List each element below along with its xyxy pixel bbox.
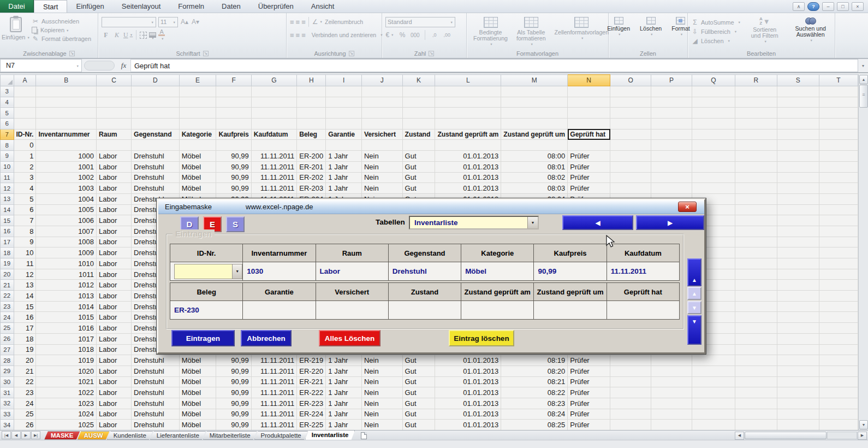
row-header-21[interactable]: 21 — [1, 280, 14, 291]
field-input-kaufdatum[interactable]: 11.11.2011 — [607, 262, 679, 281]
cell-J10[interactable]: Nein — [361, 161, 402, 172]
cell-B29[interactable]: 1020 — [36, 366, 97, 376]
cell-O9[interactable] — [610, 151, 651, 162]
cell-C31[interactable]: Labor — [97, 387, 132, 398]
cell-G34[interactable]: 11.11.2011 — [251, 420, 296, 430]
cell-R13[interactable] — [735, 193, 777, 204]
cell-C9[interactable]: Labor — [97, 151, 132, 162]
cell-A32[interactable]: 24 — [14, 398, 36, 409]
cell-H32[interactable]: ER-223 — [297, 398, 326, 409]
cell-C26[interactable]: Labor — [97, 333, 132, 344]
cell-O32[interactable] — [610, 398, 651, 409]
next-record-button[interactable]: ▶ — [636, 215, 704, 230]
cell-S33[interactable] — [777, 409, 819, 420]
cell-Q5[interactable] — [692, 108, 735, 119]
cell-I32[interactable]: 1 Jahr — [326, 398, 362, 409]
cell-T9[interactable] — [819, 151, 858, 162]
cell-R25[interactable] — [735, 323, 777, 334]
cell-E34[interactable]: Möbel — [179, 420, 216, 430]
cell-C27[interactable]: Labor — [97, 344, 132, 355]
cell-C32[interactable]: Labor — [97, 398, 132, 409]
cell-M34[interactable]: 08:25 — [501, 420, 568, 430]
cell-K9[interactable]: Gut — [402, 151, 435, 162]
cell-K29[interactable]: Gut — [402, 366, 435, 376]
cell-A26[interactable]: 18 — [14, 333, 36, 344]
cell-O28[interactable] — [610, 355, 651, 366]
delete-entry-button[interactable]: Eintrag löschen — [449, 330, 514, 346]
sheet-tab-kundenliste[interactable]: Kundenliste — [107, 431, 153, 440]
column-header-G[interactable]: G — [251, 75, 296, 86]
cell-S23[interactable] — [777, 301, 819, 312]
cell-R16[interactable] — [735, 226, 777, 237]
cell-E4[interactable] — [179, 97, 216, 108]
cell-D11[interactable]: Drehstuhl — [132, 172, 180, 183]
spin-up-small-icon[interactable]: ▲ — [687, 287, 701, 300]
cell-M33[interactable]: 08:24 — [501, 409, 568, 420]
cell-A3[interactable] — [14, 86, 36, 97]
cell-D5[interactable] — [132, 108, 180, 119]
cell-P4[interactable] — [651, 97, 692, 108]
ribbon-tab-ansicht[interactable]: Ansicht — [302, 0, 343, 13]
cell-B3[interactable] — [36, 86, 97, 97]
cell-K8[interactable] — [402, 140, 435, 151]
cell-B23[interactable]: 1014 — [36, 301, 97, 312]
font-color-button[interactable]: A — [158, 29, 165, 42]
cell-R10[interactable] — [735, 161, 777, 172]
spin-up-large-icon[interactable]: ▲ — [687, 258, 701, 286]
cell-P10[interactable] — [651, 161, 692, 172]
cell-O4[interactable] — [610, 97, 651, 108]
cell-C34[interactable]: Labor — [97, 420, 132, 430]
field-input-inventarnummer[interactable]: 1030 — [243, 262, 316, 281]
align-right-icon[interactable]: ≡ — [301, 31, 305, 39]
cell-A31[interactable]: 23 — [14, 387, 36, 398]
cell-D30[interactable]: Drehstuhl — [132, 376, 180, 387]
cell-C28[interactable]: Labor — [97, 355, 132, 366]
cell-L33[interactable]: 01.01.2013 — [435, 409, 501, 420]
cell-Q34[interactable] — [692, 420, 735, 430]
cell-S24[interactable] — [777, 312, 819, 323]
cell-Q12[interactable] — [692, 183, 735, 194]
cell-F31[interactable]: 90,99 — [216, 387, 251, 398]
cell-F11[interactable]: 90,99 — [216, 172, 251, 183]
sheet-tab-inventarliste[interactable]: Inventarliste — [305, 430, 355, 440]
s-button[interactable]: S — [226, 216, 245, 232]
dialog-launcher-icon[interactable]: ↘ — [203, 51, 209, 56]
cell-F6[interactable] — [216, 119, 251, 129]
cell-C10[interactable]: Labor — [97, 161, 132, 172]
cell-I4[interactable] — [326, 97, 362, 108]
cell-B19[interactable]: 1010 — [36, 258, 97, 269]
cell-D9[interactable]: Drehstuhl — [132, 151, 180, 162]
copy-button[interactable]: Kopieren — [32, 27, 91, 33]
cell-P32[interactable] — [651, 398, 692, 409]
cell-E5[interactable] — [179, 108, 216, 119]
row-header-13[interactable]: 13 — [1, 193, 14, 204]
cell-A9[interactable]: 1 — [14, 151, 36, 162]
cell-S25[interactable] — [777, 323, 819, 334]
cell-S8[interactable] — [777, 140, 819, 151]
first-sheet-icon[interactable]: |◀ — [2, 431, 11, 439]
cell-A23[interactable]: 15 — [14, 301, 36, 312]
cell-B22[interactable]: 1013 — [36, 291, 97, 302]
cell-Q7[interactable] — [692, 129, 735, 140]
cell-M30[interactable]: 08:21 — [501, 376, 568, 387]
cell-M29[interactable]: 08:20 — [501, 366, 568, 376]
cell-G4[interactable] — [251, 97, 296, 108]
cell-T17[interactable] — [819, 237, 858, 247]
cell-G11[interactable]: 11.11.2011 — [251, 172, 296, 183]
row-header-20[interactable]: 20 — [1, 269, 14, 280]
cell-L3[interactable] — [435, 86, 501, 97]
cell-B14[interactable]: 1005 — [36, 204, 97, 215]
cell-S27[interactable] — [777, 344, 819, 355]
cell-Q4[interactable] — [692, 97, 735, 108]
cell-O29[interactable] — [610, 366, 651, 376]
cell-R3[interactable] — [735, 86, 777, 97]
cell-O5[interactable] — [610, 108, 651, 119]
cell-S29[interactable] — [777, 366, 819, 376]
cell-N10[interactable]: Prüfer — [568, 161, 610, 172]
cell-C14[interactable]: Labor — [97, 204, 132, 215]
minimize-icon[interactable]: – — [822, 2, 834, 11]
cell-C11[interactable]: Labor — [97, 172, 132, 183]
cell-R28[interactable] — [735, 355, 777, 366]
horizontal-scroll-track[interactable] — [827, 432, 857, 439]
row-header-24[interactable]: 24 — [1, 312, 14, 323]
